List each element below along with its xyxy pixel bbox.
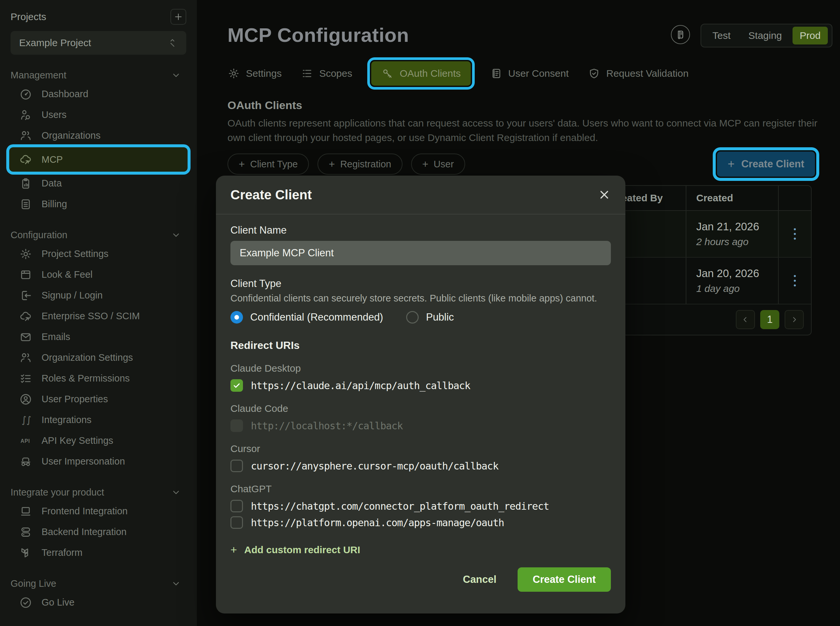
sidebar-item-billing[interactable]: Billing [4,194,193,214]
redirect-uri-row: http://localhost:*/callback [230,419,611,432]
tab-user-consent[interactable]: User Consent [490,67,569,80]
plus-icon: + [329,159,335,169]
redirect-uri-text: https://platform.openai.com/apps-manage/… [251,517,504,529]
docs-button[interactable] [671,25,690,44]
sidebar-item-label: User Properties [42,394,108,405]
row-actions-kebab-icon[interactable] [789,227,801,241]
redirect-group-label: ChatGPT [230,484,611,495]
tab-request-validation[interactable]: Request Validation [588,67,689,80]
checkbox-unchecked[interactable] [230,500,243,512]
sidebar-section-management[interactable]: Management [4,67,193,84]
pagination-next-button[interactable] [785,310,804,329]
pagination-prev-button[interactable] [736,310,755,329]
svg-text:∫∫: ∫∫ [22,415,31,425]
sidebar-item-label: Project Settings [42,249,108,259]
env-option-test[interactable]: Test [705,27,738,44]
sidebar-section-going-live[interactable]: Going Live [4,575,193,592]
sidebar-item-organization-settings[interactable]: Organization Settings [4,347,193,368]
sidebar-item-label: Data [42,178,62,189]
checkbox-checked[interactable] [230,379,243,392]
filter-chip-user[interactable]: +User [411,153,465,175]
pagination-page-button[interactable]: 1 [760,310,779,329]
sidebar-item-dashboard[interactable]: Dashboard [4,84,193,105]
client-name-input[interactable] [230,241,611,265]
redirect-uris-label: Redirect URIs [230,340,611,352]
close-icon [598,188,611,201]
radio-confidential[interactable]: Confidential (Recommended) [230,311,383,324]
filter-chip-label: Registration [340,159,391,170]
check-icon [232,381,241,390]
tab-label: OAuth Clients [400,68,461,79]
tab-scopes[interactable]: Scopes [301,67,352,80]
sidebar-item-emails[interactable]: Emails [4,327,193,347]
sidebar-item-label: Enterprise SSO / SCIM [42,311,140,322]
sidebar-item-frontend-integration[interactable]: Frontend Integration [4,501,193,521]
env-option-staging[interactable]: Staging [741,27,789,44]
section-label: Management [11,70,66,81]
sidebar-item-user-impersonation[interactable]: User Impersonation [4,451,193,472]
create-client-button[interactable]: + Create Client [717,152,815,177]
chevron-down-icon [171,230,181,240]
redirect-group-label: Claude Code [230,403,611,414]
sidebar-item-mcp[interactable]: MCP [9,147,188,172]
filter-chip-registration[interactable]: +Registration [318,153,402,175]
radio-unselected-icon [406,311,419,324]
sidebar-item-roles-permissions[interactable]: Roles & Permissions [4,368,193,389]
projects-label: Projects [11,11,46,22]
filter-chip-client-type[interactable]: +Client Type [227,153,309,175]
tab-label: Settings [246,68,282,79]
redirect-uri-groups: Claude Desktophttps://claude.ai/api/mcp/… [230,363,611,529]
tab-settings[interactable]: Settings [227,67,282,80]
section-description: OAuth clients represent applications tha… [227,116,824,145]
modal-create-client-button[interactable]: Create Client [517,567,611,592]
go-live-check-icon [19,596,32,609]
sidebar-section-integrate-your-product[interactable]: Integrate your product [4,484,193,501]
section-label: Going Live [11,578,56,589]
sidebar-item-label: Billing [42,199,67,210]
sidebar-section-configuration[interactable]: Configuration [4,226,193,244]
env-option-prod[interactable]: Prod [793,27,828,44]
sidebar-item-go-live[interactable]: Go Live [4,592,193,613]
impersonation-glasses-icon [19,455,32,468]
tab-label: Scopes [319,68,352,79]
redirect-uri-row: https://platform.openai.com/apps-manage/… [230,516,611,529]
svg-text:API: API [20,438,30,444]
created-relative-time: 2 hours ago [696,236,778,247]
redirect-uri-row: https://claude.ai/api/mcp/auth_callback [230,379,611,392]
org-settings-icon [19,351,32,365]
checkbox-unchecked[interactable] [230,460,243,472]
sidebar-item-label: Look & Feel [42,269,92,280]
row-actions-kebab-icon[interactable] [789,274,801,288]
add-custom-redirect-button[interactable]: + Add custom redirect URI [230,543,360,556]
sidebar-item-integrations[interactable]: ∫∫Integrations [4,410,193,430]
sidebar-item-label: User Impersonation [42,456,125,467]
client-name-label: Client Name [230,224,611,236]
sidebar-item-user-properties[interactable]: User Properties [4,389,193,410]
project-selector[interactable]: Example Project [11,31,186,55]
sidebar-item-label: Integrations [42,415,92,425]
sidebar-item-terraform[interactable]: Terraform [4,542,193,563]
terraform-icon [19,546,32,559]
sidebar-item-signup-login[interactable]: Signup / Login [4,285,193,306]
close-button[interactable] [598,188,611,201]
radio-public[interactable]: Public [406,311,454,324]
cancel-button[interactable]: Cancel [463,574,497,585]
filter-chip-label: Client Type [250,159,298,170]
sidebar-item-data[interactable]: Data [4,173,193,194]
sidebar-item-label: API Key Settings [42,435,113,446]
sidebar-item-project-settings[interactable]: Project Settings [4,244,193,264]
plus-icon: + [422,159,429,169]
add-project-button[interactable] [171,9,186,25]
tab-oauth-clients[interactable]: OAuth Clients [371,61,470,86]
sidebar-item-label: Organization Settings [42,352,133,363]
redirect-uri-text: https://chatgpt.com/connector_platform_o… [251,501,549,512]
checkbox-unchecked[interactable] [230,516,243,529]
sidebar-item-users[interactable]: Users [4,105,193,125]
sidebar-item-api-key-settings[interactable]: APIAPI Key Settings [4,430,193,451]
sidebar-item-organizations[interactable]: Organizations [4,125,193,146]
sidebar-item-look-feel[interactable]: Look & Feel [4,264,193,285]
sidebar-item-label: Roles & Permissions [42,373,130,384]
sidebar-item-backend-integration[interactable]: Backend Integration [4,521,193,542]
sidebar-item-enterprise-sso-scim[interactable]: Enterprise SSO / SCIM [4,306,193,327]
sidebar-item-label: Organizations [42,130,100,141]
